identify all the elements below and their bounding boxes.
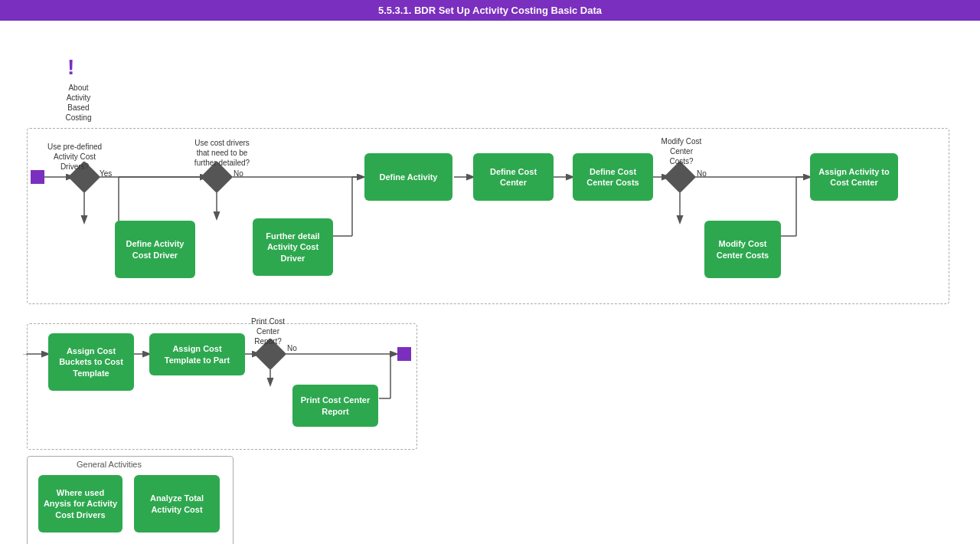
d4-no-label: No: [287, 343, 297, 353]
about-label: AboutActivityBasedCosting: [50, 83, 107, 123]
general-activities-label: General Activities: [77, 460, 142, 469]
title-text: 5.5.3.1. BDR Set Up Activity Costing Bas…: [378, 5, 602, 16]
print-cost-center-report[interactable]: Print Cost Center Report: [292, 385, 378, 427]
row1-section: [27, 128, 949, 304]
about-icon: !: [67, 55, 74, 80]
title-bar: 5.5.3.1. BDR Set Up Activity Costing Bas…: [0, 0, 980, 21]
end-square-row2: [397, 347, 411, 361]
assign-cost-buckets[interactable]: Assign Cost Buckets to Cost Template: [48, 333, 134, 391]
canvas: ! AboutActivityBasedCosting Use pre-defi…: [0, 23, 980, 544]
analyze-total-activity-cost[interactable]: Analyze Total Activity Cost: [134, 475, 220, 533]
where-used-anysis[interactable]: Where used Anysis for Activity Cost Driv…: [38, 475, 122, 533]
row2-start-arrow: →: [21, 349, 29, 358]
d4-label: Print CostCenterReport?: [234, 316, 302, 346]
assign-cost-template[interactable]: Assign Cost Template to Part: [149, 333, 245, 375]
